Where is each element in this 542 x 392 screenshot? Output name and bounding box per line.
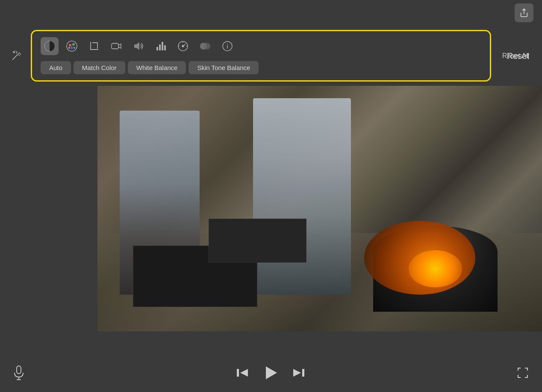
svg-point-12 [67,41,77,51]
svg-rect-27 [159,44,161,50]
video-frame [97,86,542,331]
figure-center [253,98,351,295]
scene-overlay [97,86,542,331]
toolbar-icons-row [41,37,481,55]
playback-bar [0,354,542,392]
toolbar-box: Auto Match Color White Balance Skin Tone… [31,30,491,82]
svg-rect-28 [162,42,163,50]
play-button[interactable] [262,364,280,382]
svg-line-4 [19,55,20,56]
microphone-button[interactable] [13,365,25,380]
svg-rect-29 [164,45,166,50]
audio-icon-btn[interactable] [130,37,147,55]
fullscreen-button[interactable] [516,366,529,379]
info-icon-btn[interactable] [218,37,236,55]
svg-point-37 [203,43,210,50]
auto-button[interactable]: Auto [41,61,71,74]
svg-line-10 [16,51,17,52]
magic-wand-button[interactable] [9,48,24,64]
white-balance-button[interactable]: White Balance [128,61,186,74]
color-balance-icon-btn[interactable] [41,37,59,55]
svg-rect-48 [302,369,304,377]
skin-tone-balance-button[interactable]: Skin Tone Balance [189,61,259,74]
svg-rect-45 [237,369,239,377]
toolbar-sub-buttons-row: Auto Match Color White Balance Skin Tone… [41,61,481,74]
svg-point-40 [227,44,228,44]
svg-point-32 [182,45,184,47]
svg-line-2 [18,53,20,54]
svg-line-1 [12,54,18,60]
svg-rect-26 [156,47,158,50]
toolbar-area: Auto Match Color White Balance Skin Tone… [0,26,542,86]
next-button[interactable] [292,366,305,379]
svg-marker-44 [240,369,248,377]
svg-line-8 [13,51,14,52]
svg-marker-25 [134,42,139,50]
match-color-button[interactable]: Match Color [74,61,125,74]
speed-icon-btn[interactable] [174,37,192,55]
blend-icon-btn[interactable] [196,37,214,55]
svg-point-16 [68,47,70,49]
svg-point-15 [71,47,73,49]
previous-button[interactable] [236,366,249,379]
svg-marker-47 [293,369,301,377]
playback-center [236,364,305,382]
video-player [97,86,542,331]
playback-right [516,366,529,379]
video-icon-btn[interactable] [107,37,125,55]
box2-element [209,219,306,263]
svg-rect-41 [17,366,21,374]
svg-point-14 [72,43,75,46]
svg-point-13 [69,44,71,47]
molten-glow [409,250,462,287]
svg-line-3 [16,53,17,53]
svg-rect-18 [112,44,118,49]
svg-point-17 [74,47,75,49]
crop-icon-btn[interactable] [85,37,103,55]
share-button[interactable] [515,3,533,22]
svg-marker-46 [266,366,277,379]
playback-left [13,365,25,380]
stats-icon-btn[interactable] [152,37,170,55]
top-bar [0,0,542,26]
reset-button[interactable]: Reset [507,51,529,61]
color-board-icon-btn[interactable] [63,37,81,55]
